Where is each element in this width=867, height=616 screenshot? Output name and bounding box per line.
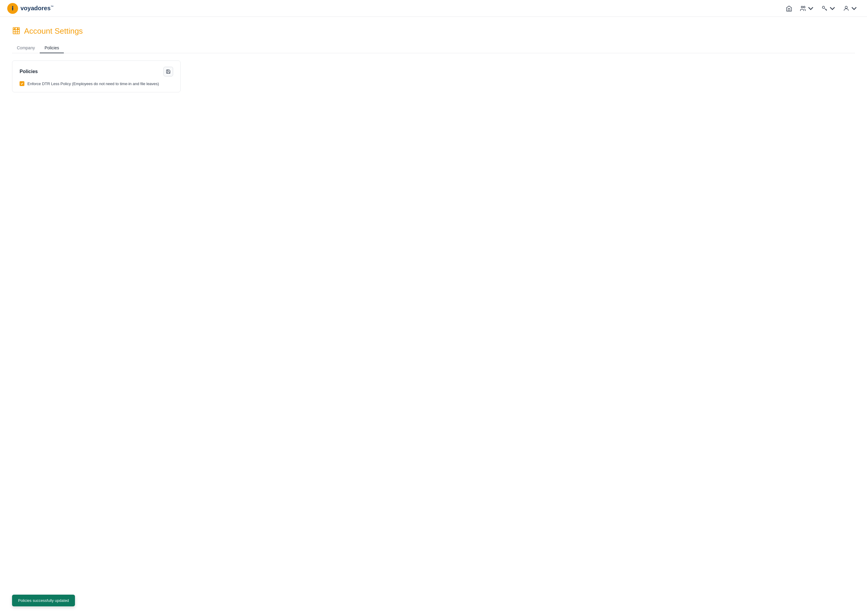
people-icon	[799, 5, 806, 12]
page-title: Account Settings	[24, 27, 83, 36]
building-icon	[12, 27, 20, 35]
logo-svg	[9, 5, 16, 12]
key-button[interactable]	[819, 3, 838, 14]
chevron-down-icon	[807, 5, 814, 12]
brand-logo-link[interactable]: voyadores™	[7, 3, 54, 14]
chevron-down-icon-3	[851, 5, 858, 12]
key-icon	[821, 5, 828, 12]
navbar: voyadores™	[0, 0, 867, 17]
tabs: Company Policies	[12, 43, 855, 53]
dtr-checkbox[interactable]	[20, 81, 24, 86]
user-icon	[843, 5, 850, 12]
user-button[interactable]	[840, 3, 860, 14]
svg-rect-10	[14, 28, 15, 30]
save-icon	[166, 69, 171, 74]
page-header: Account Settings	[12, 27, 855, 36]
svg-rect-1	[12, 6, 13, 9]
policy-item-dtr: Enforce DTR Less Policy (Employees do no…	[20, 81, 173, 86]
svg-point-5	[801, 6, 803, 8]
main-content: Account Settings Company Policies Polici…	[0, 17, 867, 102]
checkmark-icon	[20, 82, 24, 85]
policies-card: Policies Enforce DTR Less Policy (Employ…	[12, 60, 181, 92]
svg-point-8	[845, 6, 847, 8]
home-icon	[786, 5, 792, 12]
svg-point-6	[804, 6, 805, 8]
brand-logo-icon	[7, 3, 18, 14]
page-header-icon	[12, 27, 20, 36]
svg-rect-11	[17, 28, 19, 30]
save-policies-button[interactable]	[164, 67, 173, 76]
navbar-actions	[783, 3, 860, 14]
svg-rect-3	[12, 7, 13, 8]
home-button[interactable]	[783, 3, 795, 14]
team-button[interactable]	[797, 3, 817, 14]
card-header: Policies	[20, 67, 173, 76]
tab-company[interactable]: Company	[12, 43, 40, 53]
dtr-policy-label: Enforce DTR Less Policy (Employees do no…	[27, 82, 159, 86]
chevron-down-icon-2	[829, 5, 836, 12]
svg-rect-4	[13, 7, 14, 8]
card-title: Policies	[20, 69, 38, 74]
tab-policies[interactable]: Policies	[40, 43, 64, 53]
brand-name: voyadores™	[20, 5, 54, 12]
svg-point-7	[823, 6, 824, 8]
